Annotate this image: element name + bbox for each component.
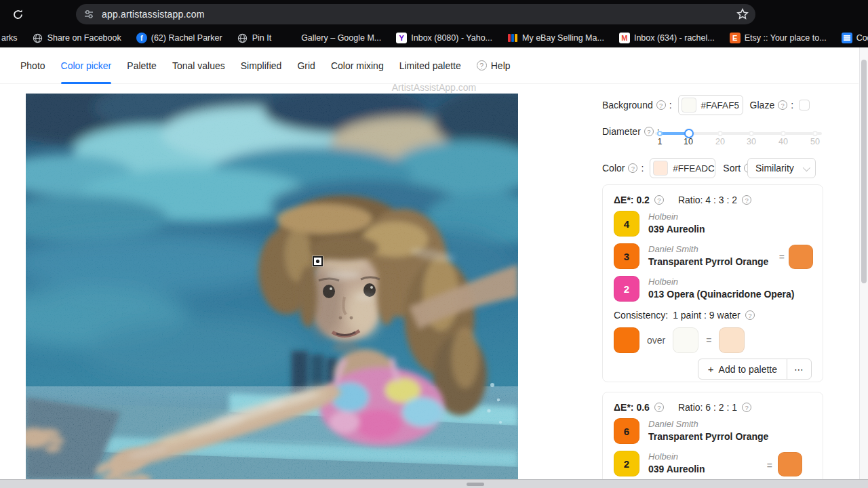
tab-tonal-values[interactable]: Tonal values — [172, 47, 225, 84]
tab-simplified[interactable]: Simplified — [241, 47, 282, 84]
bookmark-item[interactable]: Codes 2015 - Googl... — [842, 33, 868, 43]
pool-photo — [26, 94, 518, 479]
tab-color-mixing[interactable]: Color mixing — [331, 47, 384, 84]
slider-dot — [657, 131, 663, 136]
bookmark-item[interactable]: M Inbox (634) - rachel... — [619, 33, 715, 43]
gmail-icon: M — [619, 33, 630, 43]
paint-row: 4 Holbein 039 Aureolin — [614, 211, 812, 237]
mix-result-swatch — [789, 245, 813, 269]
url-bar[interactable]: app.artistassistapp.com — [76, 4, 755, 24]
mix-card-header: ΔE*: 0.2 Ratio: 4 : 3 : 2 — [614, 193, 812, 207]
over-paint-swatch — [614, 327, 639, 353]
slider-dot — [717, 131, 723, 136]
photo-canvas[interactable] — [26, 94, 518, 479]
color-label: Color : — [602, 163, 644, 174]
diameter-label-row: Diameter : — [602, 124, 660, 139]
slider-dot — [749, 131, 754, 136]
yahoo-icon: Y — [396, 33, 407, 43]
ebay-icon — [507, 33, 518, 43]
glaze-checkbox[interactable] — [799, 100, 810, 110]
site-settings-icon[interactable] — [83, 8, 95, 20]
paint-swatch: 3 — [614, 243, 639, 269]
taskbar-peek — [467, 483, 484, 486]
glaze-label: Glaze : — [750, 100, 793, 110]
add-to-palette-button[interactable]: + Add to palette — [698, 359, 787, 380]
mix-result-swatch — [778, 452, 802, 476]
tab-limited-palette[interactable]: Limited palette — [399, 47, 461, 84]
paint-swatch: 2 — [614, 276, 639, 302]
ellipsis-icon: ⋯ — [794, 364, 804, 375]
bookmark-item[interactable]: E Etsy :: Your place to... — [730, 33, 827, 43]
tab-palette[interactable]: Palette — [127, 47, 157, 84]
reload-icon[interactable] — [8, 5, 27, 24]
tab-help[interactable]: Help — [477, 47, 511, 84]
bookmark-item[interactable]: Gallery – Google M... — [286, 33, 381, 43]
help-circle-icon[interactable] — [644, 127, 654, 136]
gallery-icon — [286, 33, 297, 43]
tab-color-picker[interactable]: Color picker — [61, 47, 112, 84]
mix-card: ΔE*: 0.6 Ratio: 6 : 2 : 1 6 Daniel Smith… — [602, 392, 823, 479]
bookmark-item[interactable]: My eBay Selling Ma... — [507, 33, 604, 43]
tab-photo[interactable]: Photo — [20, 47, 45, 84]
diameter-label: Diameter : — [602, 126, 660, 137]
over-base-swatch — [673, 327, 698, 353]
url-text: app.artistassistapp.com — [102, 9, 205, 20]
screen: app.artistassistapp.com e arks Share on … — [0, 0, 868, 488]
bookmark-item[interactable]: Share on Facebook — [33, 33, 121, 43]
paint-row: 6 Daniel Smith Transparent Pyrrol Orange — [614, 418, 812, 444]
paint-swatch: 6 — [614, 418, 639, 444]
help-circle-icon[interactable] — [628, 163, 637, 173]
picked-color-input[interactable]: #FFEADC — [650, 158, 715, 178]
bookmark-item[interactable]: f (62) Rachel Parker — [136, 33, 222, 43]
app-content: Photo Color picker Palette Tonal values … — [0, 47, 868, 479]
background-row: Background : #FAFAF5 Glaze : — [602, 95, 810, 115]
color-picker-marker[interactable] — [313, 256, 323, 267]
background-label: Background : — [602, 100, 672, 110]
help-circle-icon[interactable] — [745, 310, 755, 320]
help-circle-icon[interactable] — [742, 195, 751, 205]
glaze-preview-row: over = — [614, 327, 812, 353]
globe-icon — [33, 33, 43, 43]
color-row: Color : #FFEADC Sort : — [602, 158, 760, 178]
paint-swatch: 4 — [614, 211, 639, 237]
sort-select[interactable]: Similarity — [747, 158, 816, 178]
app-tabbar: Photo Color picker Palette Tonal values … — [0, 47, 859, 84]
help-circle-icon[interactable] — [778, 100, 787, 110]
browser-toolbar: app.artistassistapp.com e — [0, 0, 868, 28]
picked-color-swatch — [653, 161, 668, 176]
consistency-row: Consistency: 1 paint : 9 water — [614, 308, 812, 322]
help-circle-icon[interactable] — [654, 403, 664, 412]
slider-marks: 1 10 20 30 40 50 — [655, 137, 822, 148]
help-circle-icon[interactable] — [654, 195, 664, 205]
paint-swatch: 2 — [614, 451, 639, 476]
help-circle-icon — [477, 60, 487, 70]
etsy-icon: E — [730, 33, 741, 43]
bookmark-item[interactable]: Y Inbox (8080) - Yaho... — [396, 33, 492, 43]
help-circle-icon[interactable] — [656, 100, 666, 110]
taskbar-strip — [0, 479, 868, 488]
facebook-icon: f — [136, 33, 147, 43]
plus-icon: + — [708, 363, 714, 375]
background-color-swatch — [682, 98, 696, 113]
background-color-input[interactable]: #FAFAF5 — [678, 95, 743, 115]
page-scrollbar[interactable] — [859, 47, 868, 479]
over-result-swatch — [719, 327, 745, 353]
slider-dot — [812, 131, 818, 136]
globe-icon — [237, 33, 248, 43]
paint-row: 2 Holbein 013 Opera (Quinacridone Opera) — [614, 276, 812, 302]
mix-card: ΔE*: 0.2 Ratio: 4 : 3 : 2 4 Holbein 039 … — [602, 184, 823, 382]
slider-dot — [781, 131, 786, 136]
help-circle-icon[interactable] — [742, 403, 751, 412]
mix-card-header: ΔE*: 0.6 Ratio: 6 : 2 : 1 — [614, 401, 812, 414]
more-options-button[interactable]: ⋯ — [787, 359, 812, 380]
tab-grid[interactable]: Grid — [297, 47, 315, 84]
bookmark-star-icon[interactable] — [736, 7, 749, 21]
bookmark-item[interactable]: arks — [1, 33, 18, 43]
bookmark-item[interactable]: Pin It — [237, 33, 272, 43]
scrollbar-thumb[interactable] — [861, 60, 867, 283]
bookmarks-bar: arks Share on Facebook f (62) Rachel Par… — [0, 28, 868, 47]
docs-icon — [842, 33, 852, 43]
